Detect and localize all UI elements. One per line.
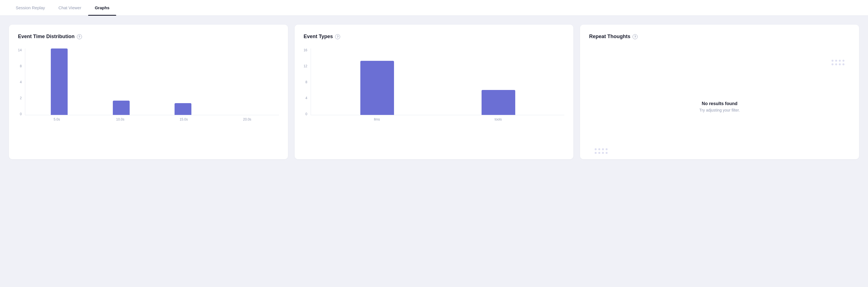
- bar-llms: [360, 61, 394, 115]
- bar-tools: [482, 90, 515, 115]
- tab-session-replay[interactable]: Session Replay: [9, 0, 52, 16]
- bar-group-5s: [31, 48, 87, 115]
- tab-graphs[interactable]: Graphs: [88, 0, 117, 16]
- help-icon-event-types[interactable]: ?: [335, 34, 340, 39]
- y-axis-event-types: 16 12 8 4 0: [304, 48, 311, 116]
- card-event-time-distribution: Event Time Distribution ? 14 8 4 2 0: [9, 25, 288, 159]
- card-event-types: Event Types ? 16 12 8 4 0: [294, 25, 574, 159]
- bars-wrapper-et: llms tools: [311, 48, 564, 121]
- help-icon-event-time[interactable]: ?: [77, 34, 82, 39]
- no-results-text: No results found Try adjusting your filt…: [699, 101, 740, 112]
- bar-10s: [113, 101, 130, 115]
- tab-chat-viewer[interactable]: Chat Viewer: [52, 0, 88, 16]
- help-icon-repeat-thoughts[interactable]: ?: [632, 34, 638, 39]
- x-axis-event-types: llms tools: [311, 115, 564, 121]
- card-title-event-types: Event Types ?: [304, 34, 565, 39]
- bar-group-llms: [322, 48, 432, 115]
- y-axis-event-time: 14 8 4 2 0: [18, 48, 25, 116]
- x-label-llms: llms: [322, 117, 432, 121]
- dots-top-right: [832, 60, 844, 65]
- x-label-10s: 10.0s: [88, 117, 152, 121]
- bar-group-tools: [443, 48, 553, 115]
- dots-bottom-left: [595, 148, 608, 154]
- no-results-subtitle: Try adjusting your filter.: [699, 108, 740, 112]
- bar-5s: [51, 48, 68, 115]
- event-time-chart: 14 8 4 2 0: [18, 48, 279, 121]
- bar-15s: [175, 103, 191, 115]
- no-results-container: No results found Try adjusting your filt…: [589, 48, 850, 165]
- main-content: Event Time Distribution ? 14 8 4 2 0: [0, 16, 868, 168]
- bars-container-event-types: [311, 48, 564, 115]
- bar-group-15s: [155, 48, 211, 115]
- card-repeat-thoughts: Repeat Thoughts ? No results found Try a…: [580, 25, 859, 159]
- event-types-chart: 16 12 8 4 0: [304, 48, 565, 121]
- bar-group-10s: [93, 48, 149, 115]
- x-label-20s: 20.0s: [216, 117, 279, 121]
- no-results-title: No results found: [699, 101, 740, 106]
- card-title-repeat-thoughts: Repeat Thoughts ?: [589, 34, 850, 39]
- bars-container-event-time: [25, 48, 279, 115]
- card-title-event-time: Event Time Distribution ?: [18, 34, 279, 39]
- x-label-15s: 15.0s: [152, 117, 216, 121]
- tab-bar: Session Replay Chat Viewer Graphs: [0, 0, 868, 16]
- bars-wrapper: 5.0s 10.0s 15.0s 20.0s: [25, 48, 279, 121]
- x-label-tools: tools: [443, 117, 553, 121]
- x-axis-event-time: 5.0s 10.0s 15.0s 20.0s: [25, 115, 279, 121]
- bar-group-20s: [217, 48, 273, 115]
- x-label-5s: 5.0s: [25, 117, 88, 121]
